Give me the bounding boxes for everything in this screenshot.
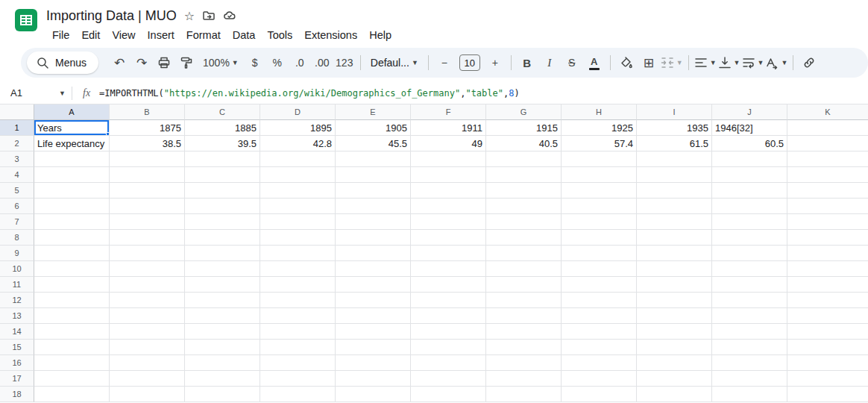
cell-E8[interactable] <box>336 230 411 246</box>
cell-H4[interactable] <box>562 167 637 183</box>
cell-E1[interactable]: 1905 <box>336 120 411 136</box>
cell-A2[interactable]: Life expectancy <box>34 136 110 151</box>
cell-F18[interactable] <box>411 387 486 402</box>
cell-D6[interactable] <box>260 199 336 214</box>
row-header-14[interactable]: 14 <box>0 324 34 340</box>
row-header-7[interactable]: 7 <box>0 214 34 230</box>
cell-J3[interactable] <box>712 151 787 167</box>
cell-I7[interactable] <box>637 214 712 230</box>
cell-D3[interactable] <box>260 151 336 167</box>
cell-J14[interactable] <box>712 324 787 340</box>
row-header-1[interactable]: 1 <box>0 120 34 136</box>
cell-C5[interactable] <box>185 183 260 199</box>
cell-K3[interactable] <box>787 151 868 167</box>
merge-cells-button[interactable]: ▼ <box>661 51 683 74</box>
cell-B17[interactable] <box>110 371 185 387</box>
cell-G7[interactable] <box>486 214 562 230</box>
cell-K11[interactable] <box>787 277 868 293</box>
cell-A10[interactable] <box>34 261 110 277</box>
cell-F3[interactable] <box>411 151 486 167</box>
cell-A14[interactable] <box>34 324 110 340</box>
cell-I2[interactable]: 61.5 <box>637 136 712 151</box>
cell-F13[interactable] <box>411 308 486 324</box>
formula-input[interactable]: =IMPORTHTML("https://en.wikipedia.org/wi… <box>99 88 520 99</box>
cell-I5[interactable] <box>637 183 712 199</box>
cell-E10[interactable] <box>336 261 411 277</box>
cell-I11[interactable] <box>637 277 712 293</box>
cell-A7[interactable] <box>34 214 110 230</box>
cell-A17[interactable] <box>34 371 110 387</box>
cell-A11[interactable] <box>34 277 110 293</box>
cell-F11[interactable] <box>411 277 486 293</box>
cell-J15[interactable] <box>712 340 787 355</box>
cell-I1[interactable]: 1935 <box>637 120 712 136</box>
cell-B13[interactable] <box>110 308 185 324</box>
cell-C7[interactable] <box>185 214 260 230</box>
cell-B16[interactable] <box>110 355 185 371</box>
menu-insert[interactable]: Insert <box>142 27 180 43</box>
cell-B2[interactable]: 38.5 <box>110 136 185 151</box>
cell-E12[interactable] <box>336 293 411 308</box>
cell-H17[interactable] <box>562 371 637 387</box>
cell-G14[interactable] <box>486 324 562 340</box>
bold-button[interactable]: B <box>517 51 538 74</box>
cell-F1[interactable]: 1911 <box>411 120 486 136</box>
borders-button[interactable]: ⊞ <box>638 51 659 74</box>
cell-C16[interactable] <box>185 355 260 371</box>
cell-H18[interactable] <box>562 387 637 402</box>
cell-H2[interactable]: 57.4 <box>562 136 637 151</box>
cell-D10[interactable] <box>260 261 336 277</box>
decrease-font-size-button[interactable]: − <box>434 51 455 74</box>
cell-B10[interactable] <box>110 261 185 277</box>
cell-D18[interactable] <box>260 387 336 402</box>
cell-H11[interactable] <box>562 277 637 293</box>
text-rotation-button[interactable]: ▼ <box>765 51 787 74</box>
menu-file[interactable]: File <box>46 27 75 43</box>
cell-H3[interactable] <box>562 151 637 167</box>
cell-E3[interactable] <box>336 151 411 167</box>
column-header-D[interactable]: D <box>260 104 336 120</box>
undo-button[interactable]: ↶ <box>109 51 130 74</box>
cell-A9[interactable] <box>34 246 110 261</box>
cell-H13[interactable] <box>562 308 637 324</box>
row-header-17[interactable]: 17 <box>0 371 34 387</box>
cell-K9[interactable] <box>787 246 868 261</box>
cell-G12[interactable] <box>486 293 562 308</box>
cell-J16[interactable] <box>712 355 787 371</box>
cell-H16[interactable] <box>562 355 637 371</box>
paint-format-button[interactable] <box>176 51 197 74</box>
decrease-decimal-button[interactable]: .0 <box>289 51 310 74</box>
cell-B9[interactable] <box>110 246 185 261</box>
cell-G11[interactable] <box>486 277 562 293</box>
cell-I14[interactable] <box>637 324 712 340</box>
cell-F12[interactable] <box>411 293 486 308</box>
more-formats-button[interactable]: 123 <box>334 51 355 74</box>
cell-C9[interactable] <box>185 246 260 261</box>
cell-F8[interactable] <box>411 230 486 246</box>
cell-H10[interactable] <box>562 261 637 277</box>
cell-A12[interactable] <box>34 293 110 308</box>
cell-G4[interactable] <box>486 167 562 183</box>
cell-K17[interactable] <box>787 371 868 387</box>
zoom-control[interactable]: 100% ▼ <box>198 51 243 74</box>
cell-G15[interactable] <box>486 340 562 355</box>
row-header-13[interactable]: 13 <box>0 308 34 324</box>
cell-G18[interactable] <box>486 387 562 402</box>
cell-K4[interactable] <box>787 167 868 183</box>
cell-J11[interactable] <box>712 277 787 293</box>
column-header-B[interactable]: B <box>110 104 185 120</box>
cell-D1[interactable]: 1895 <box>260 120 336 136</box>
redo-button[interactable]: ↷ <box>131 51 152 74</box>
cell-I13[interactable] <box>637 308 712 324</box>
column-header-K[interactable]: K <box>787 104 868 120</box>
menu-format[interactable]: Format <box>180 27 227 43</box>
cell-G16[interactable] <box>486 355 562 371</box>
cell-B7[interactable] <box>110 214 185 230</box>
cell-I3[interactable] <box>637 151 712 167</box>
insert-link-button[interactable] <box>799 51 820 74</box>
cell-K1[interactable] <box>787 120 868 136</box>
cell-K2[interactable] <box>787 136 868 151</box>
cell-I9[interactable] <box>637 246 712 261</box>
cell-D15[interactable] <box>260 340 336 355</box>
cell-C1[interactable]: 1885 <box>185 120 260 136</box>
